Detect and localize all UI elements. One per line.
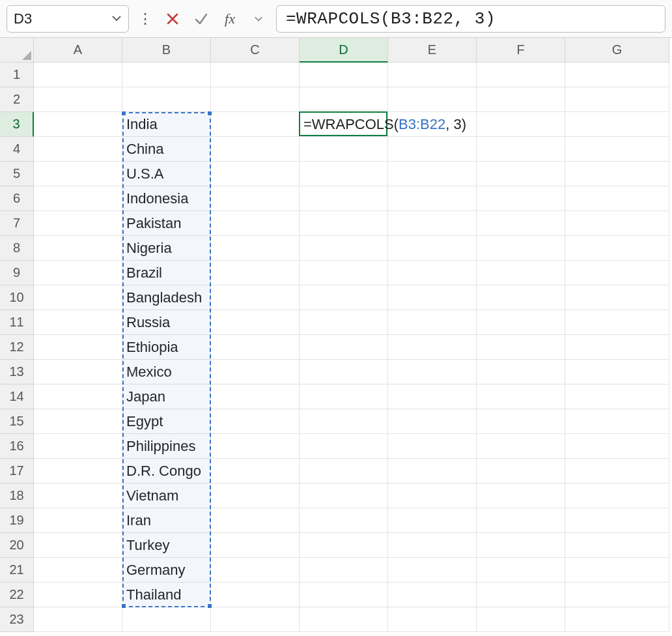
cell-E13[interactable]	[388, 360, 477, 384]
cell-C21[interactable]	[211, 558, 300, 583]
row-header-6[interactable]: 6	[0, 186, 34, 211]
fx-icon[interactable]: fx	[219, 8, 241, 30]
cell-B4[interactable]: China	[122, 137, 211, 162]
cell-F9[interactable]	[477, 261, 565, 285]
cell-E3[interactable]	[388, 112, 477, 137]
cell-F18[interactable]	[477, 484, 565, 508]
column-header-D[interactable]: D	[300, 38, 388, 63]
cell-F11[interactable]	[477, 310, 565, 335]
cell-E9[interactable]	[388, 261, 477, 285]
cell-C9[interactable]	[211, 261, 300, 285]
cells-area[interactable]: IndiaChinaU.S.AIndonesiaPakistanNigeriaB…	[34, 63, 669, 632]
cell-C20[interactable]	[211, 533, 300, 558]
cell-D14[interactable]	[300, 384, 388, 409]
cell-D1[interactable]	[300, 63, 388, 87]
row-header-11[interactable]: 11	[0, 310, 34, 335]
row-header-3[interactable]: 3	[0, 112, 34, 137]
cell-E6[interactable]	[388, 186, 477, 211]
row-header-20[interactable]: 20	[0, 533, 34, 558]
cell-A2[interactable]	[34, 87, 122, 112]
cell-B21[interactable]: Germany	[122, 558, 211, 583]
row-header-16[interactable]: 16	[0, 434, 34, 459]
cell-E12[interactable]	[388, 335, 477, 360]
row-header-15[interactable]: 15	[0, 409, 34, 434]
cell-B10[interactable]: Bangladesh	[122, 285, 211, 310]
cell-E2[interactable]	[388, 87, 477, 112]
cell-A15[interactable]	[34, 409, 122, 434]
cell-B20[interactable]: Turkey	[122, 533, 211, 558]
cell-B18[interactable]: Vietnam	[122, 484, 211, 508]
cell-B3[interactable]: India	[122, 112, 211, 137]
chevron-down-icon[interactable]	[111, 10, 122, 27]
cell-F7[interactable]	[477, 211, 565, 236]
cell-E11[interactable]	[388, 310, 477, 335]
row-header-14[interactable]: 14	[0, 384, 34, 409]
row-header-8[interactable]: 8	[0, 236, 34, 261]
cell-G11[interactable]	[565, 310, 669, 335]
cell-D5[interactable]	[300, 162, 388, 186]
cell-A4[interactable]	[34, 137, 122, 162]
cell-C23[interactable]	[211, 607, 300, 632]
cell-C7[interactable]	[211, 211, 300, 236]
row-header-23[interactable]: 23	[0, 607, 34, 632]
fx-dropdown-icon[interactable]	[247, 8, 270, 30]
cell-B12[interactable]: Ethiopia	[122, 335, 211, 360]
cell-E5[interactable]	[388, 162, 477, 186]
column-header-C[interactable]: C	[211, 38, 300, 63]
cell-D11[interactable]	[300, 310, 388, 335]
cell-G14[interactable]	[565, 384, 669, 409]
row-header-18[interactable]: 18	[0, 484, 34, 508]
cell-D19[interactable]	[300, 508, 388, 533]
cell-F12[interactable]	[477, 335, 565, 360]
column-header-A[interactable]: A	[34, 38, 122, 63]
cell-F17[interactable]	[477, 459, 565, 484]
cell-A6[interactable]	[34, 186, 122, 211]
row-header-4[interactable]: 4	[0, 137, 34, 162]
cell-D3[interactable]	[300, 112, 388, 137]
cell-D2[interactable]	[300, 87, 388, 112]
accept-button[interactable]	[190, 8, 212, 30]
cell-C16[interactable]	[211, 434, 300, 459]
cell-D23[interactable]	[300, 607, 388, 632]
cell-G5[interactable]	[565, 162, 669, 186]
cell-D10[interactable]	[300, 285, 388, 310]
cell-F19[interactable]	[477, 508, 565, 533]
cell-G6[interactable]	[565, 186, 669, 211]
cell-E18[interactable]	[388, 484, 477, 508]
cell-F15[interactable]	[477, 409, 565, 434]
cell-A12[interactable]	[34, 335, 122, 360]
cell-D13[interactable]	[300, 360, 388, 384]
cell-B11[interactable]: Russia	[122, 310, 211, 335]
cell-D15[interactable]	[300, 409, 388, 434]
cell-B13[interactable]: Mexico	[122, 360, 211, 384]
cell-B14[interactable]: Japan	[122, 384, 211, 409]
cell-E16[interactable]	[388, 434, 477, 459]
cell-A14[interactable]	[34, 384, 122, 409]
cell-B6[interactable]: Indonesia	[122, 186, 211, 211]
cell-E21[interactable]	[388, 558, 477, 583]
cell-C3[interactable]	[211, 112, 300, 137]
cell-C18[interactable]	[211, 484, 300, 508]
cell-D20[interactable]	[300, 533, 388, 558]
cell-F23[interactable]	[477, 607, 565, 632]
cell-B2[interactable]	[122, 87, 211, 112]
cell-D7[interactable]	[300, 211, 388, 236]
cell-A19[interactable]	[34, 508, 122, 533]
cell-E1[interactable]	[388, 63, 477, 87]
row-header-17[interactable]: 17	[0, 459, 34, 484]
cell-B15[interactable]: Egypt	[122, 409, 211, 434]
cell-A9[interactable]	[34, 261, 122, 285]
cell-D17[interactable]	[300, 459, 388, 484]
cell-G2[interactable]	[565, 87, 669, 112]
cell-G23[interactable]	[565, 607, 669, 632]
cell-D12[interactable]	[300, 335, 388, 360]
cell-C4[interactable]	[211, 137, 300, 162]
cell-G20[interactable]	[565, 533, 669, 558]
row-header-9[interactable]: 9	[0, 261, 34, 285]
cell-A23[interactable]	[34, 607, 122, 632]
cell-A21[interactable]	[34, 558, 122, 583]
cell-E7[interactable]	[388, 211, 477, 236]
cell-F8[interactable]	[477, 236, 565, 261]
cell-G19[interactable]	[565, 508, 669, 533]
cell-A18[interactable]	[34, 484, 122, 508]
